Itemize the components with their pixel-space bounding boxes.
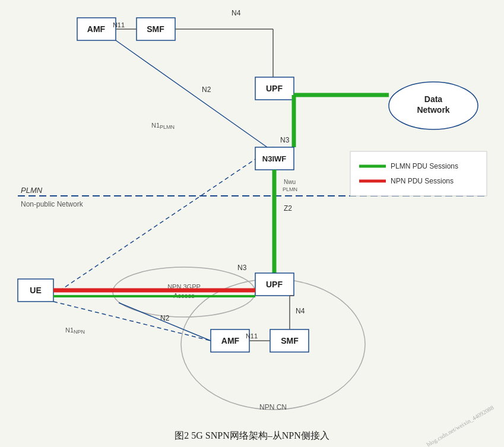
svg-text:N3IWF: N3IWF [262,154,287,163]
svg-text:UPF: UPF [266,280,283,289]
svg-text:UE: UE [30,286,41,295]
svg-text:Data: Data [424,94,443,104]
svg-rect-57 [350,151,487,196]
svg-text:N4: N4 [296,307,305,315]
svg-text:N3: N3 [280,136,290,144]
svg-text:N11: N11 [246,332,258,340]
svg-text:NPN CN: NPN CN [259,403,287,411]
svg-text:AMF: AMF [221,336,240,345]
svg-text:PLMN PDU Sessions: PLMN PDU Sessions [391,162,458,170]
svg-text:PLMN: PLMN [283,186,297,192]
svg-text:Non-public Network: Non-public Network [21,200,84,208]
svg-text:NPN PDU Sessions: NPN PDU Sessions [391,177,454,185]
svg-rect-0 [0,0,504,427]
svg-text:Network: Network [417,105,449,115]
svg-text:PLMN: PLMN [21,186,43,195]
svg-text:N2: N2 [160,314,170,322]
svg-text:SMF: SMF [147,24,164,34]
svg-text:Z2: Z2 [284,204,292,213]
svg-text:Nwu: Nwu [284,179,296,185]
svg-text:UPF: UPF [266,84,283,93]
svg-text:N11: N11 [113,21,125,28]
svg-text:N3: N3 [237,264,247,272]
svg-text:AMF: AMF [87,24,106,34]
svg-text:N2: N2 [202,85,211,94]
svg-text:SMF: SMF [281,336,299,345]
main-container: PLMN Non-public Network AMF SMF N11 N4 U… [0,0,504,447]
svg-text:N4: N4 [232,9,241,17]
